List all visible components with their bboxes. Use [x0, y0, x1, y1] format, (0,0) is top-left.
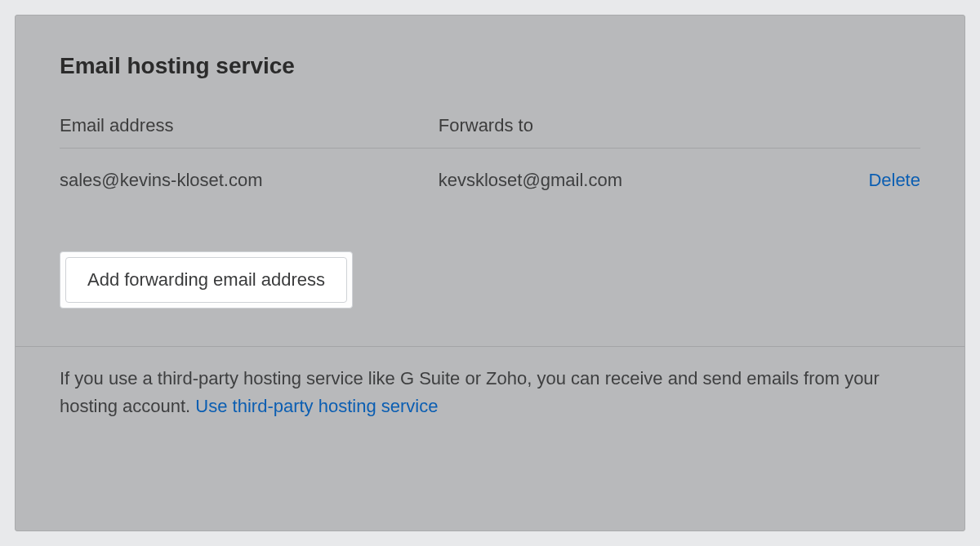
footer-description: If you use a third-party hosting service… [60, 368, 880, 416]
third-party-hosting-link[interactable]: Use third-party hosting service [195, 396, 438, 416]
footer-text: If you use a third-party hosting service… [60, 365, 920, 420]
column-header-forwards: Forwards to [439, 115, 800, 136]
add-forwarding-email-button[interactable]: Add forwarding email address [65, 257, 347, 303]
cell-forwards-to: kevskloset@gmail.com [439, 170, 800, 191]
cell-email-address: sales@kevins-kloset.com [60, 170, 439, 191]
card-footer: If you use a third-party hosting service… [16, 346, 964, 443]
card-body: Email hosting service Email address Forw… [16, 16, 964, 346]
table-header-row: Email address Forwards to [60, 115, 920, 149]
cell-action: Delete [800, 170, 920, 191]
add-button-highlight: Add forwarding email address [60, 251, 353, 309]
table-row: sales@kevins-kloset.com kevskloset@gmail… [60, 149, 920, 212]
email-hosting-card: Email hosting service Email address Forw… [15, 15, 965, 531]
column-header-action [800, 115, 920, 136]
column-header-email: Email address [60, 115, 439, 136]
delete-link[interactable]: Delete [868, 170, 920, 190]
card-title: Email hosting service [60, 53, 920, 79]
